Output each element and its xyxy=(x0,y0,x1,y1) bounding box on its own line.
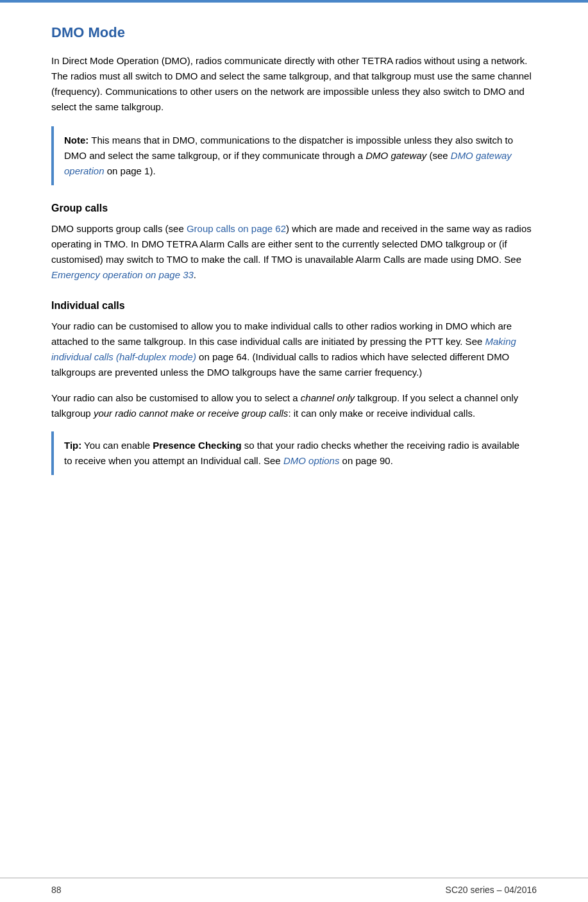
footer-page-number: 88 xyxy=(51,883,62,897)
note-italic-1: DMO gateway xyxy=(365,150,426,161)
footer-doc-info: SC20 series – 04/2016 xyxy=(446,883,537,897)
note-box: Note: This means that in DMO, communicat… xyxy=(51,126,537,185)
note-text-3: on page 1). xyxy=(105,165,156,176)
group-calls-link[interactable]: Group calls on page 62 xyxy=(187,223,286,234)
group-calls-text-end: . xyxy=(194,269,196,280)
tip-bold-text: Presence Checking xyxy=(153,440,241,451)
page-container: DMO Mode In Direct Mode Operation (DMO),… xyxy=(0,0,588,902)
tip-box: Tip: You can enable Presence Checking so… xyxy=(51,431,537,475)
para2-italic2: your radio cannot make or receive group … xyxy=(94,408,289,419)
group-calls-text-before-link: DMO supports group calls (see xyxy=(51,223,187,234)
group-calls-heading: Group calls xyxy=(51,201,537,216)
note-text-2: (see xyxy=(426,150,451,161)
individual-calls-heading: Individual calls xyxy=(51,298,537,313)
note-label: Note: xyxy=(64,135,88,146)
individual-calls-para1: Your radio can be customised to allow yo… xyxy=(51,319,537,380)
tip-text-3: on page 90. xyxy=(339,455,392,466)
page-title: DMO Mode xyxy=(51,22,537,43)
tip-label: Tip: xyxy=(64,440,81,451)
group-calls-text: DMO supports group calls (see Group call… xyxy=(51,221,537,283)
footer: 88 SC20 series – 04/2016 xyxy=(0,878,588,902)
individual-calls-text-before-link: Your radio can be customised to allow yo… xyxy=(51,321,512,347)
tip-text-1: You can enable xyxy=(81,440,153,451)
emergency-operation-link[interactable]: Emergency operation on page 33 xyxy=(51,269,194,280)
para2-text-before-italic: Your radio can also be customised to all… xyxy=(51,392,301,403)
dmo-options-link[interactable]: DMO options xyxy=(283,455,340,466)
individual-calls-para2: Your radio can also be customised to all… xyxy=(51,390,537,421)
content-area: DMO Mode In Direct Mode Operation (DMO),… xyxy=(0,3,588,878)
intro-text: In Direct Mode Operation (DMO), radios c… xyxy=(51,53,537,115)
para2-italic: channel only xyxy=(301,392,355,403)
para2-end: : it can only make or receive individual… xyxy=(288,408,475,419)
individual-calls-link-suffix: on page 64 xyxy=(196,351,247,362)
